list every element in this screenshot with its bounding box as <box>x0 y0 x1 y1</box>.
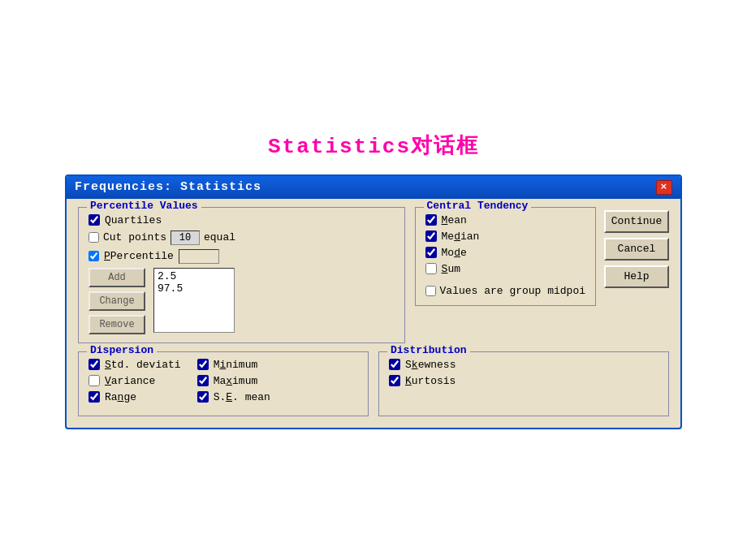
percentile-label: PPercentile <box>104 250 174 262</box>
kurtosis-row: Kurtosis <box>389 375 658 387</box>
dispersion-col-1: Std. deviati Variance Range <box>89 359 181 407</box>
cut-points-label: Cut points <box>103 231 166 243</box>
central-tendency-section: Central Tendency Mean Median Mode <box>415 207 596 306</box>
dispersion-col-2: Minimum Maximum S.E. mean <box>197 359 270 407</box>
dispersion-label: Dispersion <box>87 344 157 356</box>
skewness-row: Skewness <box>389 359 658 371</box>
mean-row: Mean <box>425 214 585 226</box>
midpoint-label: Values are group midpoi <box>440 285 585 297</box>
variance-checkbox[interactable] <box>89 375 100 386</box>
maximum-checkbox[interactable] <box>197 375 209 386</box>
mode-row: Mode <box>425 247 585 259</box>
cut-points-checkbox[interactable] <box>89 232 99 243</box>
quartiles-checkbox[interactable] <box>89 214 100 226</box>
mode-label: Mode <box>442 247 467 259</box>
add-button[interactable]: Add <box>89 268 145 287</box>
cancel-button[interactable]: Cancel <box>604 238 669 261</box>
kurtosis-checkbox[interactable] <box>389 375 400 386</box>
maximum-row: Maximum <box>197 375 270 387</box>
sum-checkbox[interactable] <box>425 263 437 274</box>
minimum-checkbox[interactable] <box>197 359 209 370</box>
range-label: Range <box>105 391 136 403</box>
top-row: Percentile Values Quartiles Cut points e… <box>78 207 669 343</box>
median-row: Median <box>425 230 585 243</box>
help-button[interactable]: Help <box>604 265 669 288</box>
se-mean-label: S.E. mean <box>214 391 270 403</box>
maximum-label: Maximum <box>214 375 258 387</box>
percentile-checkbox[interactable] <box>89 251 99 261</box>
mean-label: Mean <box>442 214 467 226</box>
median-checkbox[interactable] <box>425 230 437 242</box>
minimum-row: Minimum <box>197 359 270 371</box>
kurtosis-label: Kurtosis <box>405 375 456 387</box>
sum-label: Sum <box>442 263 460 275</box>
std-dev-row: Std. deviati <box>89 359 181 371</box>
remove-button[interactable]: Remove <box>89 315 145 334</box>
continue-button[interactable]: Continue <box>604 210 669 233</box>
std-dev-checkbox[interactable] <box>89 359 100 370</box>
variance-label: Variance <box>105 375 155 387</box>
distribution-section: Distribution Skewness Kurtosis <box>378 351 669 416</box>
central-tendency-label: Central Tendency <box>424 200 532 212</box>
percentile-values-section: Percentile Values Quartiles Cut points e… <box>78 207 405 343</box>
mean-checkbox[interactable] <box>425 214 437 226</box>
skewness-label: Skewness <box>405 359 456 371</box>
std-dev-label: Std. deviati <box>105 359 181 371</box>
range-checkbox[interactable] <box>89 391 100 403</box>
distribution-label: Distribution <box>387 344 470 356</box>
dispersion-two-col: Std. deviati Variance Range <box>89 359 358 407</box>
percentile-values-label: Percentile Values <box>87 200 201 212</box>
dialog-title: Frequencies: Statistics <box>75 180 261 194</box>
dialog-body: Percentile Values Quartiles Cut points e… <box>67 199 680 428</box>
se-mean-checkbox[interactable] <box>197 391 209 403</box>
quartiles-row: Quartiles <box>89 214 395 226</box>
cut-points-row: Cut points equal <box>89 230 395 245</box>
bottom-row: Dispersion Std. deviati Variance <box>78 351 669 416</box>
quartiles-label: Quartiles <box>105 214 162 226</box>
percentile-list[interactable]: 2.5 97.5 <box>153 268 235 333</box>
variance-row: Variance <box>89 375 181 387</box>
dispersion-section: Dispersion Std. deviati Variance <box>78 351 369 416</box>
percentile-row: PPercentile <box>89 249 395 264</box>
range-row: Range <box>89 391 181 403</box>
close-button[interactable]: × <box>656 180 672 195</box>
mode-checkbox[interactable] <box>425 247 437 258</box>
sum-row: Sum <box>425 263 585 275</box>
change-button[interactable]: Change <box>89 291 145 311</box>
midpoint-checkbox[interactable] <box>425 286 436 296</box>
cut-points-suffix: equal <box>204 231 235 243</box>
page-title: Statistics对话框 <box>268 131 479 160</box>
minimum-label: Minimum <box>214 359 258 371</box>
percentile-value-input[interactable] <box>179 249 219 264</box>
skewness-checkbox[interactable] <box>389 359 400 370</box>
percentile-list-item: 2.5 <box>158 270 231 282</box>
title-bar: Frequencies: Statistics × <box>67 176 680 199</box>
list-area: Add Change Remove 2.5 97.5 <box>89 268 395 334</box>
action-buttons: Add Change Remove <box>89 268 145 334</box>
dialog-buttons: Continue Cancel Help <box>604 210 669 288</box>
percentile-list-item: 97.5 <box>158 282 231 295</box>
median-label: Median <box>442 230 480 243</box>
dialog-window: Frequencies: Statistics × Percentile Val… <box>65 174 682 429</box>
se-mean-row: S.E. mean <box>197 391 270 403</box>
midpoint-row: Values are group midpoi <box>425 285 585 297</box>
cut-points-input[interactable] <box>171 230 200 245</box>
